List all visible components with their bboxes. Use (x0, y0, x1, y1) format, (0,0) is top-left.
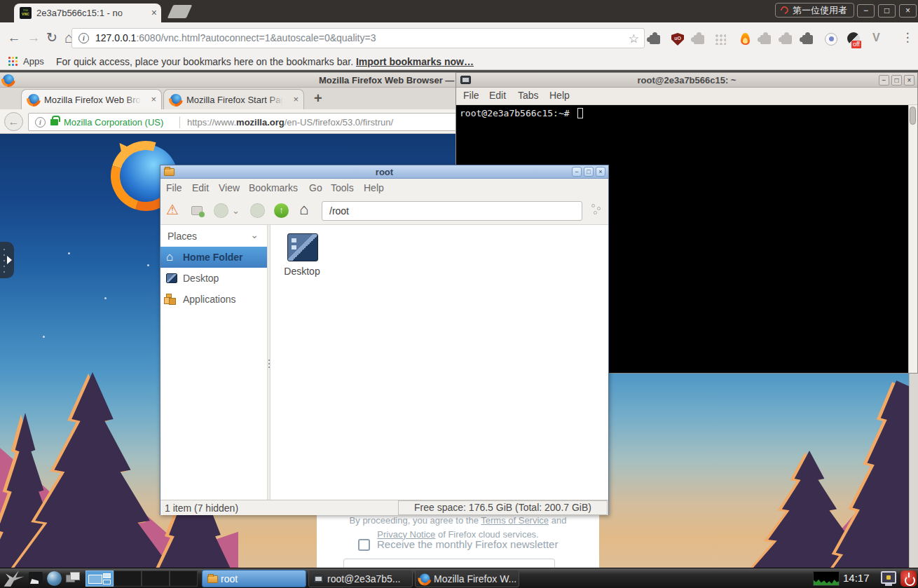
reload-button[interactable]: ↻ (43, 29, 60, 47)
warning-icon[interactable]: ⚠ (166, 201, 179, 218)
extension-puzzle-dark-1[interactable] (647, 31, 664, 48)
web-browser-launcher-icon[interactable] (47, 571, 62, 586)
extension-puzzle-dark-2[interactable] (800, 31, 816, 48)
import-bookmarks-link[interactable]: Import bookmarks now… (356, 56, 474, 67)
page-info-icon[interactable]: i (35, 117, 46, 128)
menu-help[interactable]: Help (364, 182, 384, 193)
scrollbar-thumb[interactable] (910, 107, 916, 125)
terms-of-service-link[interactable]: Terms of Service (481, 515, 549, 526)
taskbar-button-file-manager[interactable]: root (202, 570, 306, 587)
side-pane-icon[interactable] (591, 204, 603, 217)
firefox-back-button[interactable]: ← (4, 112, 23, 131)
menu-file[interactable]: File (166, 182, 182, 193)
tree-right-big (804, 381, 909, 568)
extension-puzzle-light-3[interactable] (779, 31, 795, 48)
extension-puzzle-light-2[interactable] (758, 31, 774, 48)
desktop-3[interactable] (142, 570, 170, 587)
fm-maximize-button[interactable]: □ (584, 167, 594, 177)
fm-minimize-button[interactable]: − (572, 167, 582, 177)
page-info-icon[interactable]: i (78, 33, 89, 43)
power-button[interactable] (900, 570, 917, 587)
apps-label[interactable]: Apps (23, 56, 44, 67)
up-arrow-icon: ↑ (279, 205, 284, 215)
place-label: Applications (183, 289, 236, 310)
apps-grid-icon[interactable] (8, 57, 18, 66)
ublock-shield-icon: uO (671, 33, 684, 46)
place-desktop[interactable]: Desktop (160, 268, 267, 289)
new-tab-icon[interactable] (191, 206, 203, 215)
tab-close-icon[interactable]: × (293, 94, 299, 104)
terms-paragraph: By proceeding, you agree to the Terms of… (317, 514, 599, 541)
menu-go[interactable]: Go (309, 182, 322, 193)
place-applications[interactable]: Applications (160, 289, 267, 310)
path-field[interactable]: /root (322, 201, 582, 221)
email-input[interactable] (343, 559, 555, 568)
menu-view[interactable]: View (219, 182, 240, 193)
desktop-2[interactable] (114, 570, 142, 587)
terminal-maximize-button[interactable]: □ (891, 75, 902, 86)
chevron-down-icon[interactable]: ⌄ (232, 205, 240, 216)
menu-edit[interactable]: Edit (489, 90, 506, 101)
back-button[interactable]: ← (6, 29, 22, 47)
forward-button[interactable]: → (25, 29, 42, 47)
nav-back-button[interactable] (214, 203, 228, 218)
terminal-close-button[interactable]: × (904, 75, 914, 86)
menu-tabs[interactable]: Tabs (518, 90, 539, 101)
desktop-4[interactable] (170, 570, 198, 587)
status-free-space: Free space: 176.5 GiB (Total: 200.7 GiB) (398, 500, 608, 515)
firefox-tab-2[interactable]: Mozilla Firefox Start Pag × (163, 89, 304, 109)
firefox-new-tab-button[interactable]: + (314, 90, 322, 107)
bookmark-star-icon[interactable]: ☆ (629, 32, 639, 46)
tos-text: By proceeding, you agree to the (350, 515, 481, 526)
task-label: Mozilla Firefox W... (434, 570, 516, 587)
omnibox[interactable]: i 127.0.0.1:6080/vnc.html?autoconnect=1&… (71, 28, 645, 48)
chrome-menu-button[interactable]: ⋮ (900, 29, 915, 46)
place-home-folder[interactable]: ⌂ Home Folder (160, 247, 267, 268)
firefox-tab-1[interactable]: Mozilla Firefox Web Bro × (21, 89, 162, 109)
menu-file[interactable]: File (463, 90, 479, 101)
extension-chat[interactable] (823, 31, 840, 48)
extension-off[interactable]: off (845, 31, 862, 48)
task-label: root (221, 570, 238, 587)
terminal-scrollbar[interactable] (908, 105, 917, 373)
chrome-active-tab[interactable]: noVNC 2e3a7b566c15:1 - no × (14, 4, 161, 22)
window-minimize-button[interactable]: − (857, 4, 875, 18)
extension-vimium[interactable]: V (870, 31, 886, 48)
terminal-titlebar[interactable]: root@2e3a7b566c15: ~ − □ × (456, 73, 917, 88)
extension-puzzle-light-1[interactable] (691, 31, 708, 48)
taskbar-button-terminal[interactable]: root@2e3a7b5... (308, 570, 413, 587)
terminal-minimize-button[interactable]: − (879, 75, 889, 86)
home-directory-button[interactable]: ⌂ (299, 200, 308, 219)
chevron-down-icon[interactable]: ⌄ (250, 229, 259, 240)
nav-forward-button[interactable] (250, 203, 265, 218)
file-item-desktop[interactable]: Desktop (278, 232, 327, 281)
novnc-control-handle[interactable] (0, 242, 14, 278)
bookmarks-bar: Apps For quick access, place your bookma… (0, 53, 918, 70)
off-badge: off (851, 41, 861, 48)
up-directory-button[interactable]: ↑ (274, 203, 289, 218)
extension-ublock[interactable]: uO (669, 31, 686, 48)
menu-help[interactable]: Help (549, 90, 570, 101)
taskbar-button-firefox[interactable]: Mozilla Firefox W... (415, 570, 519, 587)
file-manager-launcher-icon[interactable] (29, 572, 43, 585)
lxde-menu-icon[interactable] (4, 570, 25, 587)
menu-bookmarks[interactable]: Bookmarks (249, 182, 298, 193)
lock-screen-icon[interactable] (881, 571, 896, 584)
identity-label[interactable]: Mozilla Corporation (US) (64, 117, 163, 128)
desktop-1[interactable] (85, 570, 114, 587)
tab-close-icon[interactable]: × (151, 8, 157, 18)
tab-close-icon[interactable]: × (151, 94, 156, 104)
file-list-area[interactable]: Desktop (270, 225, 608, 500)
extension-flame[interactable] (737, 31, 753, 48)
file-manager-titlebar[interactable]: root − □ × (160, 165, 608, 179)
new-tab-button[interactable] (167, 5, 192, 18)
extension-grid[interactable] (712, 31, 729, 48)
menu-tools[interactable]: Tools (331, 182, 354, 193)
fm-close-button[interactable]: × (596, 167, 605, 177)
profile-chip[interactable]: 第一位使用者 (775, 3, 854, 18)
iconify-windows-icon[interactable] (66, 572, 81, 585)
window-close-button[interactable]: × (899, 4, 917, 18)
window-maximize-button[interactable]: □ (878, 4, 896, 18)
menu-edit[interactable]: Edit (192, 182, 209, 193)
newsletter-checkbox[interactable] (358, 539, 370, 551)
